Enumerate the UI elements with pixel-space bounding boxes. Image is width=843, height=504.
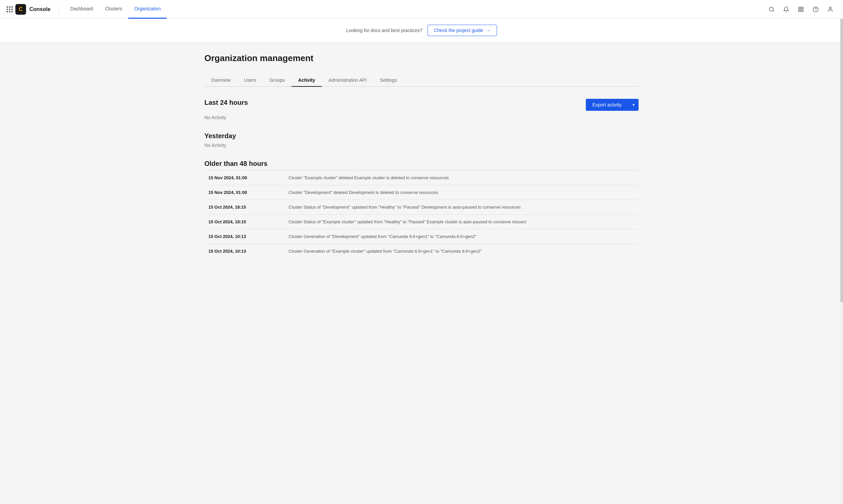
activity-description: Cluster "Development" deleted Developmen… xyxy=(284,185,638,200)
activity-date: 15 Nov 2024, 01:00 xyxy=(205,185,284,200)
svg-rect-4 xyxy=(798,10,800,11)
nav-organization[interactable]: Organization xyxy=(128,0,166,19)
nav-clusters[interactable]: Clusters xyxy=(99,0,128,19)
activity-row: 15 Oct 2024, 10:13 Cluster Generation of… xyxy=(205,244,638,259)
search-button[interactable] xyxy=(766,3,777,15)
activity-description: Cluster Status of "Development" updated … xyxy=(284,200,638,215)
svg-point-0 xyxy=(769,7,773,11)
activity-date: 15 Oct 2024, 18:15 xyxy=(205,215,284,229)
yesterday-title: Yesterday xyxy=(205,132,638,140)
activity-description: Cluster Generation of "Example cluster" … xyxy=(284,244,638,259)
apps-button[interactable] xyxy=(795,3,807,15)
project-guide-button[interactable]: Check the project guide → xyxy=(427,25,497,36)
activity-row: 15 Nov 2024, 01:00 Cluster "Example clus… xyxy=(205,170,638,185)
banner-text: Looking for docs and best practices? xyxy=(346,28,422,33)
nav-links: Dashboard Clusters Organization xyxy=(64,0,166,19)
older-section: Older than 48 hours 15 Nov 2024, 01:00 C… xyxy=(205,160,638,258)
chevron-down-icon: ▾ xyxy=(629,99,638,110)
svg-line-1 xyxy=(773,10,774,11)
older-title: Older than 48 hours xyxy=(205,160,638,167)
tab-activity[interactable]: Activity xyxy=(292,74,322,87)
yesterday-section: Yesterday No Activity xyxy=(205,132,638,148)
svg-rect-5 xyxy=(802,10,803,11)
svg-point-8 xyxy=(829,7,831,9)
brand: C Console xyxy=(15,4,50,15)
activity-row: 15 Nov 2024, 01:00 Cluster "Development"… xyxy=(205,185,638,200)
page-content: Organization management Overview Users G… xyxy=(191,42,652,269)
top-navigation: C Console Dashboard Clusters Organizatio… xyxy=(0,0,843,19)
last24-section-header: Last 24 hours Export activity ▾ xyxy=(205,99,638,111)
page-title: Organization management xyxy=(205,53,638,64)
activity-date: 15 Oct 2024, 10:13 xyxy=(205,244,284,259)
activity-date: 15 Oct 2024, 18:15 xyxy=(205,200,284,215)
help-button[interactable] xyxy=(810,3,822,15)
last24-no-activity: No Activity xyxy=(205,115,638,120)
grid-menu-button[interactable] xyxy=(7,6,13,12)
activity-row: 15 Oct 2024, 18:15 Cluster Status of "Ex… xyxy=(205,215,638,229)
svg-rect-2 xyxy=(798,7,800,9)
activity-description: Cluster Status of "Example cluster" upda… xyxy=(284,215,638,229)
scrollbar-thumb[interactable] xyxy=(840,0,843,269)
export-activity-button[interactable]: Export activity ▾ xyxy=(586,99,638,111)
profile-button[interactable] xyxy=(824,3,836,15)
brand-name: Console xyxy=(30,6,50,12)
tab-overview[interactable]: Overview xyxy=(205,74,237,87)
yesterday-no-activity: No Activity xyxy=(205,143,638,148)
svg-rect-3 xyxy=(802,7,803,9)
last24-title: Last 24 hours xyxy=(205,99,248,107)
scrollbar-track[interactable] xyxy=(840,0,843,269)
tab-settings[interactable]: Settings xyxy=(373,74,404,87)
activity-description: Cluster "Example cluster" deleted Exampl… xyxy=(284,170,638,185)
activity-table: 15 Nov 2024, 01:00 Cluster "Example clus… xyxy=(205,170,638,258)
nav-dashboard[interactable]: Dashboard xyxy=(64,0,99,19)
brand-logo: C xyxy=(15,4,26,15)
notifications-button[interactable] xyxy=(780,3,792,15)
tab-groups[interactable]: Groups xyxy=(263,74,292,87)
activity-row: 15 Oct 2024, 10:13 Cluster Generation of… xyxy=(205,229,638,244)
activity-description: Cluster Generation of "Development" upda… xyxy=(284,229,638,244)
tab-users[interactable]: Users xyxy=(237,74,263,87)
tab-bar: Overview Users Groups Activity Administr… xyxy=(205,74,638,87)
nav-divider xyxy=(58,5,59,14)
activity-date: 15 Nov 2024, 01:00 xyxy=(205,170,284,185)
nav-actions xyxy=(766,3,836,15)
activity-row: 15 Oct 2024, 18:15 Cluster Status of "De… xyxy=(205,200,638,215)
tab-administration-api[interactable]: Administration API xyxy=(322,74,373,87)
docs-banner: Looking for docs and best practices? Che… xyxy=(0,19,843,42)
activity-date: 15 Oct 2024, 10:13 xyxy=(205,229,284,244)
